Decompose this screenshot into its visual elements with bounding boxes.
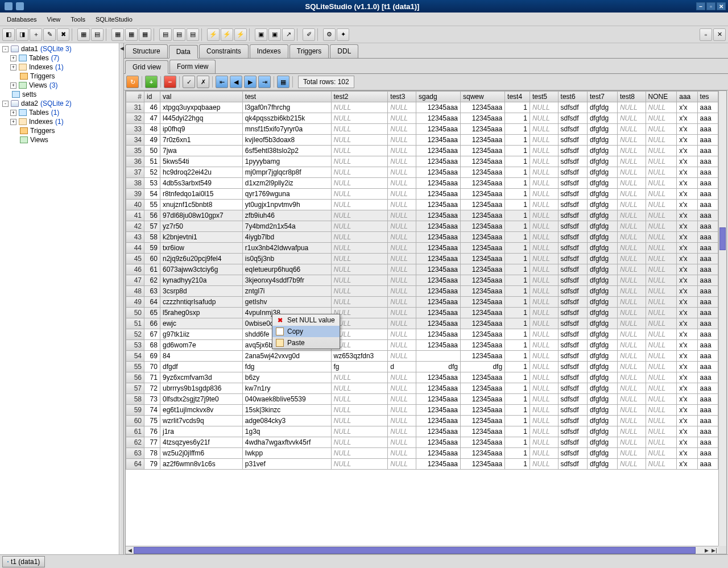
cell[interactable]: sdfsdf xyxy=(558,167,587,178)
cell[interactable]: NULL xyxy=(646,135,677,146)
cell[interactable]: d1xzm2l9plly2iz xyxy=(242,178,331,189)
table-row[interactable]: 48633csrp8dzntgl7iNULLNULL12345aaa12345a… xyxy=(126,286,718,297)
cell[interactable]: 97dl68ju08w10gpx7 xyxy=(160,210,242,221)
cell[interactable]: NULL xyxy=(388,351,416,362)
cell[interactable]: 12345aaa xyxy=(416,416,460,426)
col-header-sgadg[interactable]: sgadg xyxy=(416,92,460,102)
cell[interactable]: 73 xyxy=(144,394,160,405)
table-row[interactable]: 6075wzrIit7vcds9qadge084cky3NULLNULL1234… xyxy=(126,416,718,426)
cell[interactable]: 1 xyxy=(505,232,530,243)
tb-add-db-icon[interactable]: ＋ xyxy=(30,28,42,41)
sys-menu-icon[interactable] xyxy=(5,2,13,10)
cell[interactable]: sdfsdf xyxy=(558,318,587,329)
cell[interactable]: 56 xyxy=(144,210,160,221)
cell[interactable]: 53 xyxy=(126,340,144,351)
cell[interactable]: 68 xyxy=(144,340,160,351)
cell[interactable]: NULL xyxy=(646,340,677,351)
first-page-button[interactable]: ⇤ xyxy=(216,76,228,88)
cell[interactable]: NULL xyxy=(617,308,646,318)
cell[interactable]: NULL xyxy=(646,416,677,426)
cell[interactable]: NULL xyxy=(617,243,646,254)
tree-item-views[interactable]: Views xyxy=(9,135,118,144)
tree-item-views[interactable]: +Views (3) xyxy=(9,81,118,90)
cell[interactable]: NULL xyxy=(388,221,416,232)
cell[interactable]: aaa xyxy=(697,146,718,156)
cell[interactable]: 58 xyxy=(144,232,160,243)
col-header-id[interactable]: id xyxy=(144,92,160,102)
cell[interactable]: NULL xyxy=(617,102,646,113)
menu-databases[interactable]: Databases xyxy=(2,14,42,24)
cell[interactable]: x'x xyxy=(677,426,697,437)
cell[interactable]: NULL xyxy=(331,146,388,156)
cell[interactable]: x'x xyxy=(677,167,697,178)
cell[interactable]: ewjc xyxy=(160,318,242,329)
cell[interactable]: aaa xyxy=(697,459,718,470)
table-row[interactable]: 5570dfgdffdgfgddfgdfg1NULLsdfsdfdfgfdgNU… xyxy=(126,362,718,372)
cell[interactable]: dfgfdg xyxy=(587,264,617,275)
cell[interactable]: NULL xyxy=(530,383,558,394)
ctx-paste[interactable]: Paste xyxy=(272,337,340,349)
cell[interactable] xyxy=(416,351,460,362)
cell[interactable]: 12345aaa xyxy=(461,135,505,146)
cell[interactable]: x'x xyxy=(677,351,697,362)
scroll-left-icon[interactable]: ◀ xyxy=(126,547,134,554)
cell[interactable]: 59 xyxy=(144,243,160,254)
tb-edit-trigger-icon[interactable]: ⚡ xyxy=(221,28,233,41)
tree-item-tables[interactable]: +Tables (1) xyxy=(9,108,118,117)
ctx-set-null-value[interactable]: ✖Set NULL value xyxy=(272,314,340,326)
cell[interactable]: 50 xyxy=(126,308,144,318)
cell[interactable]: aaa xyxy=(697,340,718,351)
cell[interactable]: 44 xyxy=(126,243,144,254)
cell[interactable]: 12345aaa xyxy=(416,329,460,340)
cell[interactable]: 84 xyxy=(160,351,242,362)
table-row[interactable]: 6479az2f6wmn8v1c6sp31vefNULLNULL12345aaa… xyxy=(126,459,718,470)
cell[interactable]: x'x xyxy=(677,329,697,340)
cell[interactable]: 53 xyxy=(144,178,160,189)
cell[interactable]: x'x xyxy=(677,340,697,351)
cell[interactable]: NULL xyxy=(331,254,388,264)
cell[interactable]: NULL xyxy=(331,437,388,448)
cell[interactable]: 2ana5wj42vxvg0d xyxy=(242,351,331,362)
cell[interactable]: getIshv xyxy=(242,297,331,308)
cell[interactable]: NULL xyxy=(388,156,416,167)
cell[interactable]: aaa xyxy=(697,448,718,459)
cell[interactable]: 12345aaa xyxy=(461,416,505,426)
cell[interactable]: x'x xyxy=(677,221,697,232)
table-row[interactable]: 5267g97tk1iizshdd6feNULLNULL12345aaa1234… xyxy=(126,329,718,340)
cell[interactable]: 36 xyxy=(126,156,144,167)
cell[interactable]: 7y4bmd2n1x54a xyxy=(242,221,331,232)
cell[interactable]: xtpgq3uyxpqbaaep xyxy=(160,102,242,113)
cell[interactable]: x'x xyxy=(677,459,697,470)
cell[interactable]: x'x xyxy=(677,124,697,135)
cell[interactable]: NULL xyxy=(617,286,646,297)
cell[interactable]: 40 xyxy=(126,200,144,210)
cell[interactable]: NULL xyxy=(530,318,558,329)
cell[interactable]: NULL xyxy=(331,102,388,113)
cell[interactable]: NULL xyxy=(530,394,558,405)
cell[interactable]: sdfsdf xyxy=(558,416,587,426)
cell[interactable]: NULL xyxy=(617,189,646,200)
cell[interactable]: 12345aaa xyxy=(416,297,460,308)
cell[interactable]: x'x xyxy=(677,275,697,286)
cell[interactable]: 12345aaa xyxy=(416,135,460,146)
expand-icon[interactable]: + xyxy=(10,64,16,71)
scroll-end-icon[interactable]: ▶| xyxy=(710,547,718,554)
cell[interactable]: NULL xyxy=(617,200,646,210)
cell[interactable]: NULL xyxy=(530,124,558,135)
cell[interactable]: 6sf5ehtl38tslo2p2 xyxy=(242,146,331,156)
col-header-NONE[interactable]: NONE xyxy=(646,92,677,102)
cell[interactable]: sdfsdf xyxy=(558,297,587,308)
cell[interactable]: dfgfdg xyxy=(587,243,617,254)
cell[interactable]: NULL xyxy=(617,362,646,372)
cell[interactable]: NULL xyxy=(646,124,677,135)
tb-new-table-icon[interactable]: ▦ xyxy=(111,28,124,41)
cell[interactable]: NULL xyxy=(388,448,416,459)
cell[interactable]: 1 xyxy=(505,113,530,124)
tb-edit-view-icon[interactable]: ▣ xyxy=(268,28,281,41)
prev-page-button[interactable]: ◀ xyxy=(230,76,242,88)
cell[interactable]: x'x xyxy=(677,254,697,264)
cell[interactable]: dfgfdg xyxy=(587,200,617,210)
expand-icon[interactable]: + xyxy=(10,55,16,61)
cell[interactable]: qk4pqsszbi6kb215k xyxy=(242,113,331,124)
cell[interactable]: NULL xyxy=(388,254,416,264)
